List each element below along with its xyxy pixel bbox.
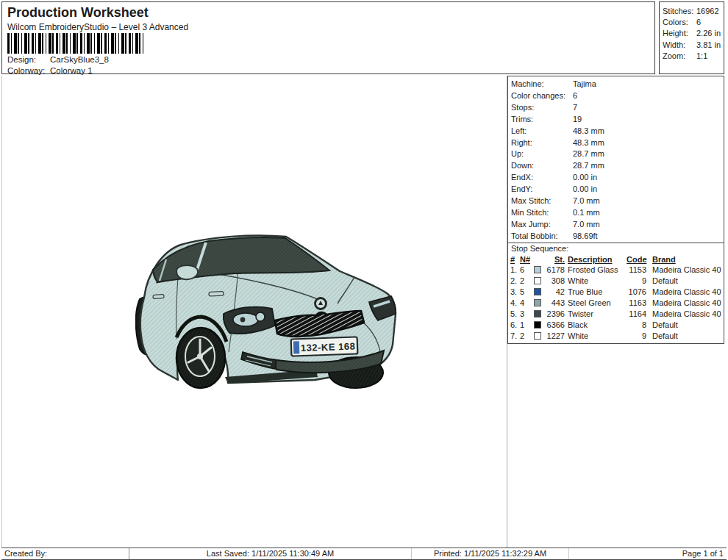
stop-sequence-row: 2.2308White9Default — [508, 276, 724, 287]
footer-bar: Created By: Last Saved: 1/11/2025 11:30:… — [1, 548, 727, 560]
cell-num: 4. — [510, 298, 518, 309]
info-value: 48.3 mm — [573, 138, 604, 147]
info-label: Min Stitch: — [511, 207, 573, 219]
cell-code: 1076 — [627, 287, 646, 298]
colorway-value: Colorway 1 — [50, 66, 93, 75]
cell-description: True Blue — [566, 287, 625, 298]
cell-code: 1163 — [627, 298, 646, 309]
last-saved-label: Last Saved: 1/11/2025 11:30:49 AM — [129, 548, 412, 559]
col-header-needle: N# — [520, 254, 532, 265]
header-box: Production Worksheet Wilcom EmbroiderySt… — [1, 1, 655, 74]
info-row: Down:28.7 mm — [508, 160, 724, 172]
summary-row: Stitches:16962 — [663, 6, 721, 17]
info-value: 7 — [573, 103, 577, 112]
cell-needle: 1 — [520, 320, 532, 331]
design-value: CarSkyBlue3_8 — [50, 55, 109, 64]
side-mirror — [176, 265, 198, 279]
cell-needle: 5 — [520, 287, 532, 298]
cell-code: 9 — [627, 276, 646, 287]
summary-row: Zoom:1:1 — [663, 51, 721, 62]
info-row: EndY:0.00 in — [508, 184, 724, 195]
cell-needle: 6 — [520, 265, 532, 276]
license-plate-text: 132-KE 168 — [301, 341, 356, 354]
info-label: Total Bobbin: — [511, 231, 573, 243]
cell-needle: 4 — [520, 298, 532, 309]
app-subtitle: Wilcom EmbroideryStudio – Level 3 Advanc… — [7, 22, 188, 32]
info-row: EndX:0.00 in — [508, 172, 724, 184]
cell-num: 5. — [510, 309, 518, 320]
info-value: 28.7 mm — [573, 149, 604, 158]
info-value: 98.69ft — [573, 231, 598, 240]
summary-label: Height: — [663, 28, 696, 39]
cell-brand: Madeira Classic 40 — [648, 309, 722, 320]
info-label: Up: — [511, 148, 573, 160]
page-title: Production Worksheet — [7, 5, 149, 21]
info-row: Up:28.7 mm — [508, 148, 724, 160]
cell-description: Steel Green — [566, 298, 625, 309]
info-row: Min Stitch:0.1 mm — [508, 207, 724, 219]
info-value: 0.1 mm — [573, 208, 600, 217]
cell-brand: Default — [648, 331, 722, 342]
info-label: EndY: — [511, 184, 573, 195]
cell-brand: Madeira Classic 40 — [648, 265, 722, 276]
summary-value: 16962 — [696, 6, 721, 17]
cell-stitches: 6178 — [546, 265, 565, 276]
col-header-stitches: St. — [546, 254, 565, 265]
info-row: Max Stitch:7.0 mm — [508, 195, 724, 207]
design-label: Design: — [7, 55, 50, 64]
cell-description: Black — [566, 320, 625, 331]
colorway-row: Colorway:Colorway 1 — [7, 66, 93, 75]
info-row: Left:48.3 mm — [508, 126, 724, 137]
cell-num: 7. — [510, 331, 518, 342]
info-label: Max Jump: — [511, 219, 573, 231]
cell-swatch — [534, 320, 544, 331]
cell-needle: 3 — [520, 309, 532, 320]
info-label: Right: — [511, 137, 573, 149]
cell-num: 1. — [510, 265, 518, 276]
design-row: Design:CarSkyBlue3_8 — [7, 55, 109, 64]
summary-label: Width: — [663, 40, 696, 51]
info-row: Trims:19 — [508, 114, 724, 126]
cell-num: 3. — [510, 287, 518, 298]
info-row: Total Bobbin:98.69ft — [508, 231, 724, 243]
info-label: Color changes: — [511, 90, 573, 102]
cell-stitches: 1227 — [546, 331, 565, 342]
cell-description: Frosted Glass — [566, 265, 625, 276]
col-header-code: Code — [627, 254, 646, 265]
info-value: 0.00 in — [573, 184, 597, 193]
printed-label: Printed: 1/11/2025 11:32:29 AM — [412, 548, 569, 559]
machine-info-list: Machine:Tajima Color changes:6 Stops:7 T… — [508, 76, 724, 243]
barcode-icon — [7, 33, 146, 54]
info-value: Tajima — [573, 79, 596, 88]
thread-color-swatch — [534, 299, 541, 306]
info-label: EndX: — [511, 172, 573, 184]
cell-code: 1164 — [627, 309, 646, 320]
info-value: 19 — [573, 115, 582, 123]
cell-description: White — [566, 276, 625, 287]
cell-code: 9 — [627, 331, 646, 342]
summary-row: Height:2.26 in — [663, 28, 721, 39]
info-label: Stops: — [511, 102, 573, 114]
info-label: Down: — [511, 160, 573, 172]
cell-description: Twister — [566, 309, 625, 320]
col-header-brand: Brand — [648, 254, 722, 265]
info-value: 6 — [573, 91, 577, 100]
stop-sequence-header: # N# St. Description Code Brand — [508, 254, 724, 265]
info-value: 7.0 mm — [573, 220, 600, 229]
stop-sequence-row: 3.542True Blue1076Madeira Classic 40 — [508, 287, 724, 298]
cell-swatch — [534, 276, 544, 287]
info-row: Stops:7 — [508, 102, 724, 114]
thread-color-swatch — [534, 266, 541, 273]
thread-color-swatch — [534, 288, 541, 295]
info-row: Machine:Tajima — [508, 79, 724, 90]
summary-label: Zoom: — [663, 51, 696, 62]
summary-label: Stitches: — [663, 6, 696, 17]
cell-stitches: 308 — [546, 276, 565, 287]
production-worksheet-page: Production Worksheet Wilcom EmbroiderySt… — [0, 0, 728, 560]
cell-stitches: 443 — [546, 298, 565, 309]
machine-info-panel: Machine:Tajima Color changes:6 Stops:7 T… — [507, 76, 724, 344]
cell-stitches: 6366 — [546, 320, 565, 331]
cell-num: 2. — [510, 276, 518, 287]
summary-value: 6 — [696, 17, 721, 28]
summary-value: 3.81 in — [696, 40, 721, 51]
